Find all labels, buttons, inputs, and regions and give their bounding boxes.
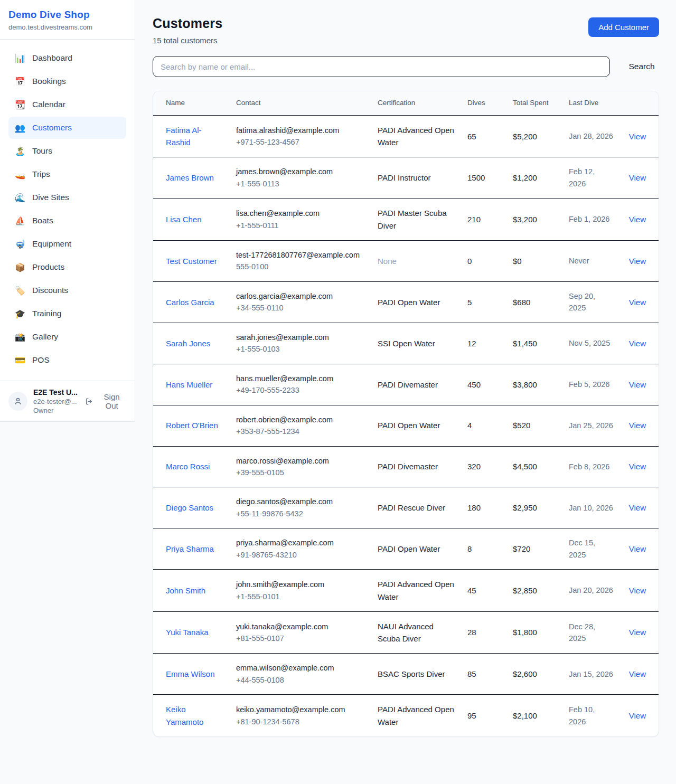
view-customer-link[interactable]: View [629,298,646,307]
customer-total-spent: $680 [506,281,562,323]
user-meta: E2E Test U... e2e-tester@... Owner [33,388,85,414]
customer-dives: 65 [461,115,506,157]
column-header-name: Name [153,91,230,115]
sign-out-button[interactable]: Sign Out [85,392,126,410]
customer-total-spent: $5,200 [506,115,562,157]
customer-dives: 95 [461,695,506,736]
customer-certification: SSI Open Water [371,323,461,364]
view-customer-link[interactable]: View [629,421,646,430]
search-input[interactable] [153,56,610,77]
customer-name-link[interactable]: Priya Sharma [166,543,214,555]
customer-dives: 180 [461,487,506,528]
sidebar-item-training[interactable]: 🎓 Training [8,303,126,325]
view-customer-link[interactable]: View [629,586,646,595]
view-customer-link[interactable]: View [629,711,646,720]
sidebar-item-gallery[interactable]: 📸 Gallery [8,326,126,348]
view-customer-link[interactable]: View [629,462,646,471]
view-customer-link[interactable]: View [629,669,646,678]
table-row: Priya Sharma priya.sharma@example.com +9… [153,528,659,570]
view-customer-link[interactable]: View [629,339,646,348]
customer-dives: 450 [461,364,506,405]
sidebar-item-discounts[interactable]: 🏷️ Discounts [8,279,126,301]
view-customer-link[interactable]: View [629,503,646,512]
view-customer-link[interactable]: View [629,380,646,389]
customer-email: sarah.jones@example.com [236,332,365,343]
customer-name-link[interactable]: Test Customer [166,255,217,267]
sidebar-item-boats[interactable]: ⛵ Boats [8,210,126,232]
table-row: Carlos Garcia carlos.garcia@example.com … [153,281,659,323]
customer-certification: PADI Instructor [371,157,461,199]
customer-dives: 28 [461,611,506,654]
customer-total-spent: $1,200 [506,157,562,199]
customer-name-link[interactable]: John Smith [166,584,205,597]
search-button[interactable]: Search [624,58,659,75]
view-customer-link[interactable]: View [629,544,646,553]
customer-name-link[interactable]: Marco Rossi [166,460,210,473]
page-header: Customers 15 total customers Add Custome… [153,16,659,45]
sidebar-item-calendar[interactable]: 📆 Calendar [8,93,126,116]
customer-phone: +1-555-0103 [236,343,365,355]
sidebar-item-products[interactable]: 📦 Products [8,256,126,278]
customer-phone: +1-555-0113 [236,178,365,190]
customer-last-dive: Jan 10, 2026 [562,487,619,528]
shop-domain: demo.test.divestreams.com [8,23,126,31]
customer-certification: PADI Master Scuba Diver [371,199,461,241]
customer-name-link[interactable]: Hans Mueller [166,379,212,391]
page-header-text: Customers 15 total customers [153,16,222,45]
sidebar-item-dive-sites[interactable]: 🌊 Dive Sites [8,186,126,209]
customer-name-link[interactable]: Carlos Garcia [166,296,214,308]
customer-name-link[interactable]: Emma Wilson [166,668,215,680]
customer-phone: +971-55-123-4567 [236,136,365,148]
customer-email: lisa.chen@example.com [236,207,365,219]
sidebar-item-customers[interactable]: 👥 Customers [8,117,126,139]
sidebar-item-dashboard[interactable]: 📊 Dashboard [8,47,126,69]
customer-certification: PADI Divemaster [371,364,461,405]
sidebar-item-equipment[interactable]: 🤿 Equipment [8,233,126,255]
customer-last-dive: Feb 5, 2026 [562,364,619,405]
sidebar-item-pos[interactable]: 💳 POS [8,349,126,371]
customer-dives: 1500 [461,157,506,199]
customer-email: john.smith@example.com [236,579,365,590]
customer-dives: 320 [461,446,506,487]
column-header-certification: Certification [371,91,461,115]
customer-phone: +44-555-0108 [236,674,365,686]
customer-certification: None [371,240,461,281]
view-customer-link[interactable]: View [629,628,646,637]
view-customer-link[interactable]: View [629,173,646,182]
sidebar: Demo Dive Shop demo.test.divestreams.com… [0,0,135,422]
table-row: Keiko Yamamoto keiko.yamamoto@example.co… [153,695,659,736]
customer-last-dive: Jan 25, 2026 [562,405,619,446]
customer-email: emma.wilson@example.com [236,662,365,674]
customer-name-link[interactable]: Keiko Yamamoto [166,703,223,728]
customer-name-link[interactable]: James Brown [166,172,214,184]
products-icon: 📦 [15,262,25,272]
view-customer-link[interactable]: View [629,257,646,266]
table-row: Test Customer test-1772681807767@example… [153,240,659,281]
sidebar-nav: 📊 Dashboard 📅 Bookings 📆 Calendar 👥 Cust… [0,40,135,381]
customer-last-dive: Jan 20, 2026 [562,570,619,612]
shop-title: Demo Dive Shop [8,9,126,21]
sign-out-icon [85,397,93,406]
customer-name-link[interactable]: Lisa Chen [166,213,202,225]
sidebar-item-tours[interactable]: 🏝️ Tours [8,140,126,162]
view-customer-link[interactable]: View [629,215,646,224]
customer-certification: PADI Advanced Open Water [371,570,461,612]
customer-dives: 210 [461,199,506,241]
customer-certification: PADI Open Water [371,281,461,323]
sidebar-item-bookings[interactable]: 📅 Bookings [8,70,126,92]
customer-email: james.brown@example.com [236,166,365,177]
customer-name-link[interactable]: Fatima Al-Rashid [166,124,223,149]
add-customer-button[interactable]: Add Customer [588,17,659,37]
customer-dives: 85 [461,654,506,695]
customer-name-link[interactable]: Diego Santos [166,502,213,514]
customer-name-link[interactable]: Yuki Tanaka [166,626,209,638]
customer-phone: +81-90-1234-5678 [236,716,365,728]
customer-last-dive: Feb 10, 2026 [562,695,619,736]
customer-name-link[interactable]: Sarah Jones [166,337,210,350]
customer-name-link[interactable]: Robert O'Brien [166,419,218,431]
table-row: James Brown james.brown@example.com +1-5… [153,157,659,199]
sidebar-item-trips[interactable]: 🚤 Trips [8,163,126,185]
view-customer-link[interactable]: View [629,132,646,141]
customer-total-spent: $1,800 [506,611,562,654]
customer-phone: +91-98765-43210 [236,549,365,561]
